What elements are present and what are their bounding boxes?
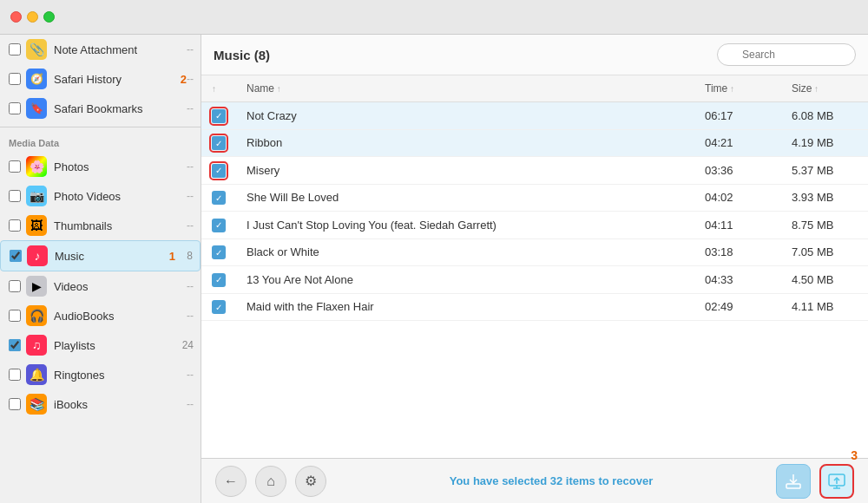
row-cell-name: She Will Be Loved xyxy=(236,184,694,212)
sidebar-checkbox-videos[interactable] xyxy=(9,280,21,292)
row-cell-name: Ribbon xyxy=(236,129,694,157)
settings-button[interactable]: ⚙ xyxy=(295,466,326,497)
music-table: Name Time Size ✓Not Crazy06:176.08 MB✓Ri… xyxy=(201,75,868,321)
sidebar-checkbox-ibooks[interactable] xyxy=(9,398,21,410)
sidebar-item-photo-videos[interactable]: 📷 Photo Videos -- xyxy=(0,181,201,211)
videos-icon: ▶ xyxy=(26,276,47,297)
sidebar-checkbox-playlists[interactable] xyxy=(9,339,21,351)
bottom-left-controls: ← ⌂ ⚙ xyxy=(215,466,326,497)
row-cell-size: 6.08 MB xyxy=(781,102,868,130)
sidebar-checkbox-safari-history[interactable] xyxy=(9,73,21,85)
status-count: 32 xyxy=(550,474,562,487)
titlebar xyxy=(0,0,868,35)
sidebar-item-videos[interactable]: ▶ Videos -- xyxy=(0,271,201,301)
row-cell-size: 4.50 MB xyxy=(781,266,868,294)
music-icon: ♪ xyxy=(27,245,48,266)
sidebar-item-note-attachment[interactable]: 📎 Note Attachment -- xyxy=(0,35,201,64)
row-cell-time: 04:11 xyxy=(694,212,781,239)
sidebar-item-photos[interactable]: 🌸 Photos -- xyxy=(0,152,201,181)
sidebar-divider xyxy=(0,127,201,127)
sidebar-item-ibooks[interactable]: 📚 iBooks -- xyxy=(0,389,201,419)
content-header: Music (8) xyxy=(201,35,868,75)
row-checkbox[interactable]: ✓ xyxy=(212,219,226,232)
row-cell-checkbox: ✓ xyxy=(201,293,236,321)
home-button[interactable]: ⌂ xyxy=(255,466,286,497)
export-button[interactable] xyxy=(776,464,811,499)
col-name[interactable]: Name xyxy=(236,75,694,102)
table-row: ✓Not Crazy06:176.08 MB xyxy=(201,102,868,130)
note-icon: 📎 xyxy=(26,39,47,60)
table-row: ✓Black or White03:187.05 MB xyxy=(201,238,868,266)
row-cell-size: 4.11 MB xyxy=(781,293,868,321)
svg-rect-0 xyxy=(786,484,800,488)
search-input[interactable] xyxy=(717,43,856,66)
minimize-button[interactable] xyxy=(27,11,38,23)
sidebar-count-ibooks: -- xyxy=(187,398,194,410)
sidebar-count-thumbnails: -- xyxy=(187,219,194,232)
ibooks-icon: 📚 xyxy=(26,394,47,415)
table-row: ✓She Will Be Loved04:023.93 MB xyxy=(201,184,868,212)
table-row: ✓13 You Are Not Alone04:334.50 MB xyxy=(201,266,868,294)
sidebar-checkbox-photo-videos[interactable] xyxy=(9,190,21,202)
status-text: You have selected 32 items to recover xyxy=(450,474,654,487)
sidebar: 📎 Note Attachment -- 🧭 Safari History 2 … xyxy=(0,35,201,503)
row-checkbox[interactable]: ✓ xyxy=(212,164,226,178)
row-checkbox[interactable]: ✓ xyxy=(212,136,226,150)
row-cell-time: 03:36 xyxy=(694,157,781,185)
maximize-button[interactable] xyxy=(43,11,55,23)
safari-bookmarks-icon: 🔖 xyxy=(26,98,47,119)
recover-button[interactable] xyxy=(819,464,854,499)
back-button[interactable]: ← xyxy=(215,466,247,497)
row-checkbox[interactable]: ✓ xyxy=(212,273,226,287)
sidebar-checkbox-photos[interactable] xyxy=(9,160,21,173)
table-row: ✓Misery03:365.37 MB xyxy=(201,157,868,185)
col-time[interactable]: Time xyxy=(694,75,781,102)
sidebar-item-ringtones[interactable]: 🔔 Ringtones -- xyxy=(0,360,201,389)
table-container: Name Time Size ✓Not Crazy06:176.08 MB✓Ri… xyxy=(201,75,868,458)
row-checkbox[interactable]: ✓ xyxy=(212,300,226,314)
col-size[interactable]: Size xyxy=(781,75,868,102)
close-button[interactable] xyxy=(10,11,22,23)
sidebar-item-playlists[interactable]: ♫ Playlists 24 xyxy=(0,330,201,360)
sidebar-label-note-attachment: Note Attachment xyxy=(54,43,187,56)
sidebar-label-photos: Photos xyxy=(54,160,187,173)
col-checkbox xyxy=(201,75,236,102)
sidebar-checkbox-note-attachment[interactable] xyxy=(9,43,21,56)
sidebar-label-audiobooks: AudioBooks xyxy=(54,310,187,323)
sidebar-item-audiobooks[interactable]: 🎧 AudioBooks -- xyxy=(0,301,201,330)
callout-1: 1 xyxy=(169,250,175,263)
sidebar-item-thumbnails[interactable]: 🖼 Thumbnails -- xyxy=(0,211,201,240)
photo-videos-icon: 📷 xyxy=(26,186,47,206)
content-title: Music (8) xyxy=(214,48,270,62)
table-row: ✓I Just Can't Stop Loving You (feat. Sie… xyxy=(201,212,868,239)
row-checkbox[interactable]: ✓ xyxy=(212,245,226,259)
row-cell-name: Misery xyxy=(236,157,694,185)
status-prefix: You have selected xyxy=(450,474,550,487)
sidebar-item-safari-bookmarks[interactable]: 🔖 Safari Bookmarks -- xyxy=(0,94,201,123)
bottom-right-controls: 3 xyxy=(776,464,854,499)
sidebar-checkbox-safari-bookmarks[interactable] xyxy=(9,102,21,114)
sidebar-checkbox-thumbnails[interactable] xyxy=(9,219,21,232)
sidebar-count-music: 8 xyxy=(175,250,193,262)
row-checkbox[interactable]: ✓ xyxy=(212,109,226,123)
sidebar-count-safari-history: -- xyxy=(187,73,194,85)
sidebar-count-audiobooks: -- xyxy=(187,310,194,322)
sidebar-label-photo-videos: Photo Videos xyxy=(54,190,187,203)
row-cell-size: 5.37 MB xyxy=(781,157,868,185)
row-cell-time: 02:49 xyxy=(694,293,781,321)
row-cell-name: 13 You Are Not Alone xyxy=(236,266,694,294)
table-row: ✓Maid with the Flaxen Hair02:494.11 MB xyxy=(201,293,868,321)
sidebar-label-videos: Videos xyxy=(54,280,187,293)
sidebar-checkbox-music[interactable] xyxy=(10,250,22,262)
sidebar-label-ringtones: Ringtones xyxy=(54,369,187,382)
search-wrapper xyxy=(717,43,856,66)
content-area: Music (8) Name Time Size ✓Not Crazy06:17… xyxy=(201,35,868,503)
sidebar-checkbox-audiobooks[interactable] xyxy=(9,310,21,322)
sidebar-item-music[interactable]: ♪ Music 1 8 xyxy=(0,240,201,271)
row-cell-time: 06:17 xyxy=(694,102,781,130)
callout-2: 2 xyxy=(181,73,187,86)
row-checkbox[interactable]: ✓ xyxy=(212,191,226,205)
sidebar-checkbox-ringtones[interactable] xyxy=(9,369,21,381)
row-cell-checkbox: ✓ xyxy=(201,212,236,239)
sidebar-item-safari-history[interactable]: 🧭 Safari History 2 -- xyxy=(0,64,201,94)
